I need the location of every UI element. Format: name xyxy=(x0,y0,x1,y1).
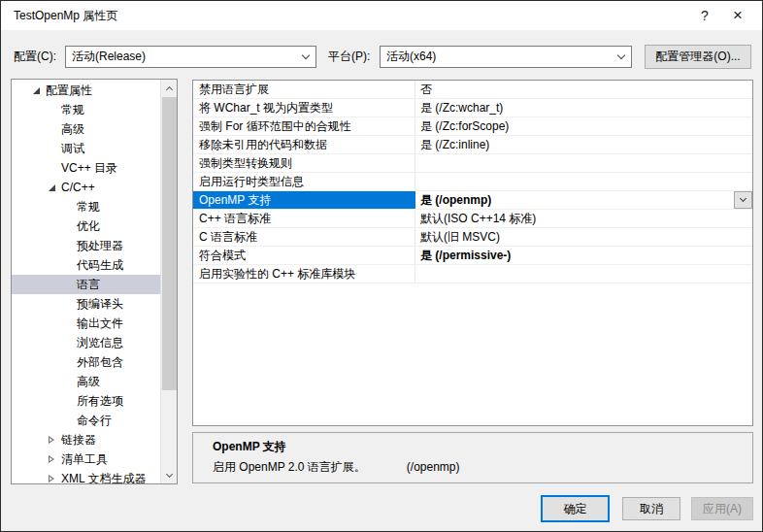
tree-item[interactable]: 预处理器 xyxy=(12,236,160,255)
tree-item-label: 预编译头 xyxy=(77,296,123,313)
tree-item[interactable]: 常规 xyxy=(12,100,160,119)
tree-indent-spacer xyxy=(60,239,74,252)
description-panel: OpenMP 支持 启用 OpenMP 2.0 语言扩展。(/openmp) xyxy=(192,432,753,483)
tree-indent-spacer xyxy=(60,219,74,233)
tree-item[interactable]: 清单工具 xyxy=(12,449,160,469)
property-value[interactable] xyxy=(415,154,752,172)
description-switch: (/openmp) xyxy=(407,460,460,474)
tree-item-label: 所有选项 xyxy=(77,393,123,410)
ok-button[interactable]: 确定 xyxy=(541,495,610,522)
tree-item[interactable]: 高级 xyxy=(12,119,160,139)
property-value[interactable]: 否 xyxy=(415,81,752,98)
property-value[interactable] xyxy=(415,265,752,283)
property-row[interactable]: 禁用语言扩展否 xyxy=(193,81,752,99)
property-value[interactable]: 默认(ISO C++14 标准) xyxy=(415,210,752,227)
property-value-text: 是 (/Zc:inline) xyxy=(420,138,489,151)
property-row[interactable]: OpenMP 支持是 (/openmp) xyxy=(193,191,752,210)
ok-button-label: 确定 xyxy=(564,501,587,517)
chevron-down-icon xyxy=(296,55,315,58)
tree-indent-spacer xyxy=(60,394,74,408)
collapsed-arrow-icon[interactable] xyxy=(45,472,58,484)
property-value[interactable]: 是 (/permissive-) xyxy=(415,247,752,264)
tree-item[interactable]: 浏览信息 xyxy=(12,333,160,352)
platform-select[interactable]: 活动(x64) xyxy=(380,46,632,68)
property-value-text: 否 xyxy=(420,83,432,96)
property-row[interactable]: 强制类型转换规则 xyxy=(193,154,752,173)
tree-item[interactable]: 命令行 xyxy=(12,411,160,430)
property-row[interactable]: C++ 语言标准默认(ISO C++14 标准) xyxy=(193,210,752,228)
property-row[interactable]: 符合模式是 (/permissive-) xyxy=(193,247,752,265)
property-value-text: 默认(旧 MSVC) xyxy=(420,230,500,244)
property-row[interactable]: 强制 For 循环范围中的合规性是 (/Zc:forScope) xyxy=(193,117,752,136)
property-value[interactable]: 是 (/Zc:wchar_t) xyxy=(415,99,752,116)
tree-item[interactable]: 代码生成 xyxy=(12,255,160,275)
tree-item[interactable]: 调试 xyxy=(12,139,160,158)
apply-button[interactable]: 应用(A) xyxy=(691,497,753,520)
expanded-arrow-icon[interactable] xyxy=(45,181,58,194)
tree-item[interactable]: 语言 xyxy=(12,275,160,294)
property-name: 强制 For 循环范围中的合规性 xyxy=(193,117,415,135)
property-value[interactable] xyxy=(415,173,752,190)
platform-label: 平台(P): xyxy=(328,46,370,68)
config-tree: 配置属性常规高级调试VC++ 目录C/C++常规优化预处理器代码生成语言预编译头… xyxy=(11,79,178,484)
configuration-manager-button[interactable]: 配置管理器(O)... xyxy=(645,45,751,69)
tree-indent-spacer xyxy=(60,414,74,427)
tree-item[interactable]: 配置属性 xyxy=(12,81,160,100)
tree-item[interactable]: 所有选项 xyxy=(12,391,160,411)
description-title: OpenMP 支持 xyxy=(213,439,743,455)
property-name: OpenMP 支持 xyxy=(193,191,415,209)
description-sentence: 启用 OpenMP 2.0 语言扩展。 xyxy=(213,460,366,474)
tree-item-label: 外部包含 xyxy=(77,354,123,371)
configuration-select[interactable]: 活动(Release) xyxy=(65,46,316,68)
collapsed-arrow-icon[interactable] xyxy=(45,433,58,447)
property-name: 符合模式 xyxy=(193,247,415,264)
tree-item-label: 常规 xyxy=(77,199,100,216)
tree-item[interactable]: 优化 xyxy=(12,216,160,236)
property-row[interactable]: 移除未引用的代码和数据是 (/Zc:inline) xyxy=(193,136,752,154)
help-button[interactable]: ? xyxy=(688,1,721,30)
tree-indent-spacer xyxy=(45,161,58,175)
platform-value: 活动(x64) xyxy=(381,49,612,65)
tree-indent-spacer xyxy=(60,200,74,214)
property-row[interactable]: 将 WChar_t 视为内置类型是 (/Zc:wchar_t) xyxy=(193,99,752,117)
title-bar: TestOpenMp 属性页 ? × xyxy=(1,1,762,30)
tree-item[interactable]: 链接器 xyxy=(12,430,160,449)
property-row[interactable]: 启用运行时类型信息 xyxy=(193,173,752,191)
tree-item[interactable]: VC++ 目录 xyxy=(12,158,160,178)
collapsed-arrow-icon[interactable] xyxy=(45,452,58,466)
scrollbar-up-button[interactable] xyxy=(161,80,178,96)
tree-item-label: XML 文档生成器 xyxy=(61,471,147,485)
tree-item[interactable]: 预编译头 xyxy=(12,294,160,314)
expanded-arrow-icon[interactable] xyxy=(29,83,43,97)
tree-item[interactable]: 外部包含 xyxy=(12,352,160,372)
scrollbar-thumb[interactable] xyxy=(162,97,177,390)
tree-item-label: 优化 xyxy=(77,218,100,235)
property-value[interactable]: 是 (/Zc:inline) xyxy=(415,136,752,153)
tree-scrollbar[interactable] xyxy=(160,80,177,483)
window-title: TestOpenMp 属性页 xyxy=(14,8,688,24)
tree-indent-spacer xyxy=(60,297,74,311)
property-name: 启用实验性的 C++ 标准库模块 xyxy=(193,265,415,283)
property-name: 强制类型转换规则 xyxy=(193,154,415,172)
close-button[interactable]: × xyxy=(721,1,754,30)
cancel-button[interactable]: 取消 xyxy=(622,497,680,520)
cancel-button-label: 取消 xyxy=(640,501,663,517)
property-value[interactable]: 是 (/Zc:forScope) xyxy=(415,117,752,135)
chevron-up-icon xyxy=(166,85,173,92)
tree-item[interactable]: 常规 xyxy=(12,197,160,216)
property-value[interactable]: 默认(旧 MSVC) xyxy=(415,228,752,246)
property-row[interactable]: 启用实验性的 C++ 标准库模块 xyxy=(193,265,752,283)
property-value-text: 是 (/Zc:forScope) xyxy=(420,119,509,133)
tree-indent-spacer xyxy=(60,258,74,272)
property-value[interactable]: 是 (/openmp) xyxy=(415,191,752,209)
help-icon: ? xyxy=(701,8,709,23)
tree-item-label: 清单工具 xyxy=(61,451,108,468)
tree-item[interactable]: C/C++ xyxy=(12,178,160,197)
scrollbar-down-button[interactable] xyxy=(161,467,178,483)
value-dropdown-button[interactable] xyxy=(734,191,752,209)
property-row[interactable]: C 语言标准默认(旧 MSVC) xyxy=(193,228,752,247)
tree-item[interactable]: XML 文档生成器 xyxy=(12,469,160,484)
tree-item[interactable]: 高级 xyxy=(12,372,160,391)
property-name: 将 WChar_t 视为内置类型 xyxy=(193,99,415,116)
tree-item[interactable]: 输出文件 xyxy=(12,314,160,333)
